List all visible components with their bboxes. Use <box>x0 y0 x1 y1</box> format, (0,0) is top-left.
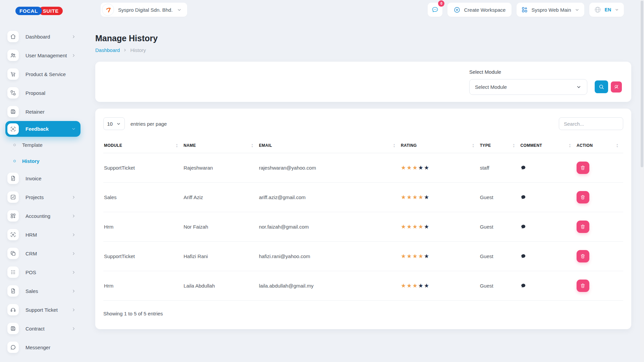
star-icon: ★ <box>401 194 407 200</box>
sidebar-item-contract[interactable]: Contract <box>0 319 80 338</box>
sidebar-item-retainer[interactable]: Retainer <box>0 102 80 121</box>
workspace-logo-icon <box>102 4 114 16</box>
sidebar-item-label: Feedback <box>25 126 71 132</box>
chevron-right-icon <box>71 195 76 200</box>
cell-rating: ★★★★★ <box>400 153 479 183</box>
column-header-name[interactable]: NAME▲▼ <box>183 138 258 153</box>
delete-button[interactable] <box>577 191 589 203</box>
sidebar-item-product-service[interactable]: Product & Service <box>0 65 80 83</box>
comment-bubble-icon <box>521 194 526 200</box>
comment-button[interactable] <box>521 253 526 259</box>
create-workspace-button[interactable]: Create Workspace <box>447 3 512 17</box>
sidebar-item-hrm[interactable]: HRM <box>0 225 80 244</box>
column-header-comment[interactable]: COMMENT▲▼ <box>520 138 576 153</box>
sidebar-item-accounting[interactable]: Accounting <box>0 206 80 225</box>
cell-rating: ★★★★★ <box>400 183 479 212</box>
table-header-row: MODULE▲▼ NAME▲▼ EMAIL▲▼ RATING▲▼ TYPE▲▼ … <box>103 138 623 153</box>
sort-icon: ▲▼ <box>569 143 571 148</box>
workspace-selector[interactable]: Syspro Digital Sdn. Bhd. <box>101 3 187 17</box>
sidebar-item-crm[interactable]: CRM <box>0 244 80 263</box>
sidebar-item-pos[interactable]: POS <box>0 263 80 282</box>
messages-button[interactable]: 0 <box>428 3 442 17</box>
trash-icon <box>580 283 586 289</box>
cell-rating: ★★★★★ <box>400 212 479 242</box>
star-icon: ★ <box>413 283 418 289</box>
cell-action <box>576 183 623 212</box>
comment-button[interactable] <box>521 165 526 171</box>
filter-controls: Select Module Select Module <box>469 69 622 95</box>
language-selector[interactable]: EN <box>589 3 624 17</box>
sidebar-item-projects[interactable]: Projects <box>0 188 80 206</box>
table-search-input[interactable] <box>559 117 623 130</box>
star-icon: ★ <box>413 253 418 259</box>
column-header-email[interactable]: EMAIL▲▼ <box>258 138 400 153</box>
chevron-down-icon <box>614 7 619 12</box>
cell-type: staff <box>479 153 520 183</box>
cell-type: Guest <box>479 271 520 301</box>
star-icon: ★ <box>413 224 418 230</box>
sidebar-item-messenger[interactable]: Messenger <box>0 338 80 357</box>
cell-email: nor.faizah@gmail.com <box>258 212 400 242</box>
column-header-action[interactable]: ACTION▲▼ <box>576 138 623 153</box>
column-header-type[interactable]: TYPE▲▼ <box>479 138 520 153</box>
reset-filter-button[interactable] <box>611 81 622 93</box>
message-icon <box>7 342 19 353</box>
language-label: EN <box>605 7 611 12</box>
delete-button[interactable] <box>577 221 589 233</box>
column-header-module[interactable]: MODULE▲▼ <box>103 138 183 153</box>
column-header-rating[interactable]: RATING▲▼ <box>400 138 479 153</box>
cell-comment <box>520 271 576 301</box>
sidebar-item-dashboard[interactable]: Dashboard <box>0 27 80 46</box>
chevron-right-icon <box>71 307 76 312</box>
sidebar-item-support-ticket[interactable]: Support Ticket <box>0 300 80 319</box>
sidebar-item-label: Sales <box>25 288 71 294</box>
filter-card: Select Module Select Module <box>95 62 631 102</box>
sort-icon: ▲▼ <box>176 143 178 148</box>
cell-comment <box>520 153 576 183</box>
sidebar-item-invoice[interactable]: Invoice <box>0 169 80 188</box>
delete-button[interactable] <box>577 250 589 262</box>
delete-button[interactable] <box>577 162 589 174</box>
star-icon: ★ <box>418 165 424 171</box>
star-icon: ★ <box>424 224 430 230</box>
star-icon: ★ <box>424 253 430 259</box>
workspace-menu[interactable]: Syspro Web Main <box>517 3 584 17</box>
star-icon: ★ <box>413 165 418 171</box>
chevron-down-icon <box>177 7 182 12</box>
bullet-icon <box>13 160 16 162</box>
sort-icon: ▲▼ <box>513 143 515 148</box>
sidebar-item-proposal[interactable]: Proposal <box>0 83 80 102</box>
sidebar-item-user-management[interactable]: User Management <box>0 46 80 65</box>
scrollbar-thumb[interactable] <box>641 1 643 167</box>
sidebar-item-label: Accounting <box>25 213 71 219</box>
home-icon <box>7 31 19 42</box>
breadcrumb-dashboard-link[interactable]: Dashboard <box>95 47 120 53</box>
page-scrollbar[interactable] <box>640 0 644 362</box>
history-table-card: 10 entries per page MODULE▲▼ NAME▲▼ EMAI… <box>95 109 631 329</box>
search-button[interactable] <box>595 80 608 93</box>
star-icon: ★ <box>418 253 424 259</box>
module-select[interactable]: Select Module <box>469 79 587 95</box>
cart-icon <box>7 68 19 80</box>
sidebar-subitem-template[interactable]: Template <box>0 137 80 153</box>
sort-icon: ▲▼ <box>393 143 395 148</box>
sidebar-menu: DashboardUser ManagementProduct & Servic… <box>0 15 80 357</box>
cell-action <box>576 212 623 242</box>
star-icon: ★ <box>401 224 407 230</box>
workspace-menu-label: Syspro Web Main <box>531 7 571 13</box>
sidebar-subitem-history[interactable]: History <box>0 153 80 169</box>
comment-button[interactable] <box>521 283 526 289</box>
star-icon: ★ <box>424 165 430 171</box>
chevron-right-icon <box>71 289 76 294</box>
comment-bubble-icon <box>521 224 526 230</box>
cell-module: Hrm <box>103 271 183 301</box>
comment-button[interactable] <box>521 224 526 230</box>
comment-button[interactable] <box>521 194 526 200</box>
chevron-right-icon <box>71 326 76 331</box>
sidebar-item-feedback[interactable]: Feedback <box>5 121 80 137</box>
file-text-icon <box>7 173 19 184</box>
star-icon: ★ <box>401 283 407 289</box>
delete-button[interactable] <box>577 280 589 292</box>
page-size-select[interactable]: 10 <box>103 117 125 130</box>
sidebar-item-sales[interactable]: Sales <box>0 282 80 300</box>
